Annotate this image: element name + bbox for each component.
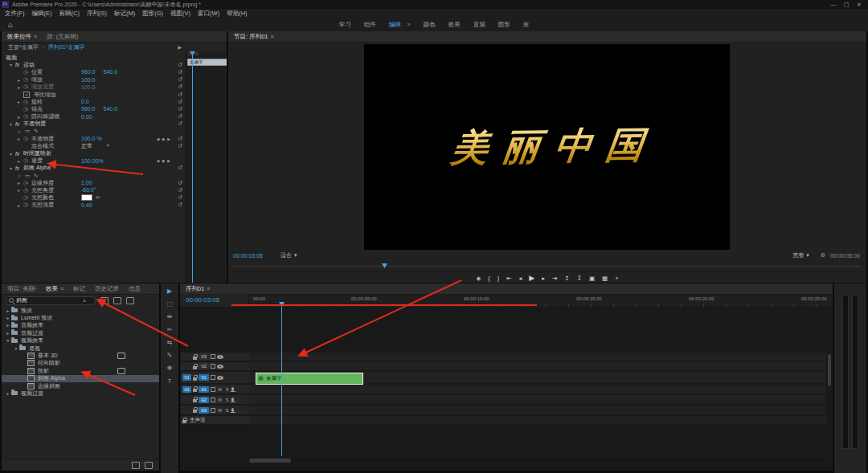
- tab-panel-4[interactable]: 信息: [129, 285, 141, 293]
- step-back-button[interactable]: ◂: [519, 275, 522, 282]
- lock-icon[interactable]: [193, 377, 197, 381]
- minimize-button[interactable]: —: [828, 2, 839, 8]
- stopwatch-icon[interactable]: ◷: [23, 180, 31, 186]
- param-value[interactable]: -60.0°: [81, 187, 96, 193]
- stopwatch-icon[interactable]: ◷: [23, 194, 31, 201]
- lock-icon[interactable]: [193, 357, 197, 360]
- close-button[interactable]: ✕: [854, 2, 865, 8]
- panel-menu-icon[interactable]: ≡: [271, 34, 274, 39]
- timeline-clip[interactable]: fx金属字: [256, 373, 363, 385]
- fx-bypass-icon[interactable]: fx: [15, 62, 23, 67]
- track-output-eye-icon[interactable]: [217, 355, 223, 359]
- effects-bin-透视[interactable]: ▾透视: [2, 345, 159, 352]
- accelerated-effects-filter-icon[interactable]: [100, 297, 108, 304]
- tab-effect-controls[interactable]: 效果控件 ≡: [7, 33, 37, 41]
- track-lane-A3[interactable]: [249, 406, 826, 414]
- tab-program-monitor[interactable]: 节目: 序列01 ≡: [234, 33, 274, 41]
- workspace-tab-效果[interactable]: 效果: [448, 21, 461, 29]
- param-value[interactable]: 100.0 %: [81, 136, 102, 141]
- master-clip-name[interactable]: 主要*金属字: [8, 43, 39, 51]
- voiceover-record-icon[interactable]: [231, 387, 234, 391]
- new-bin-icon[interactable]: [132, 462, 140, 469]
- reset-parameter-icon[interactable]: ↺: [178, 143, 182, 149]
- monitor-settings-icon[interactable]: ⚙: [821, 252, 825, 259]
- collapse-caret-icon[interactable]: ▾: [10, 165, 15, 171]
- zoom-level-select[interactable]: 适合 ▾: [280, 251, 297, 259]
- sync-lock-icon[interactable]: [211, 398, 215, 402]
- sync-lock-icon[interactable]: [211, 408, 215, 413]
- ec-row-masks[interactable]: ○▭✎: [2, 172, 185, 179]
- expand-caret-icon[interactable]: ▸: [18, 187, 23, 193]
- add-keyframe-icon[interactable]: ◆: [162, 137, 165, 141]
- track-lane-V3[interactable]: [249, 353, 826, 361]
- stopwatch-icon[interactable]: ◷: [23, 113, 31, 120]
- ec-row-等比缩放[interactable]: 等比缩放↺: [2, 91, 185, 98]
- tab-panel-3[interactable]: 历史记录: [95, 285, 119, 293]
- mute-button[interactable]: M: [217, 387, 223, 392]
- param-value[interactable]: 0.00: [81, 114, 92, 120]
- param-value[interactable]: 100.0: [81, 77, 96, 83]
- scrubber-track[interactable]: [233, 266, 862, 267]
- ec-row-旋转[interactable]: ▸◷旋转0.0↺: [2, 98, 185, 105]
- ec-row-斜面 Alpha[interactable]: ▾fx斜面 Alpha↺: [2, 165, 185, 172]
- comparison-view-button[interactable]: ▦: [602, 275, 608, 282]
- expander-caret-icon[interactable]: ▸: [5, 316, 11, 320]
- stopwatch-icon[interactable]: ◷: [23, 69, 31, 75]
- panel-menu-icon[interactable]: ≡: [60, 286, 63, 292]
- ec-row-位置[interactable]: ◷位置960.0540.0↺: [2, 68, 185, 75]
- mask-ellipse-icon[interactable]: ○: [18, 173, 21, 178]
- expand-caret-icon[interactable]: ▸: [18, 202, 23, 208]
- track-target-A3[interactable]: A3: [199, 407, 209, 414]
- tab-sequence[interactable]: 序列01 ≡: [186, 285, 210, 293]
- next-keyframe-icon[interactable]: ▶: [167, 158, 170, 163]
- menu-item-2[interactable]: 剪辑(C): [59, 10, 80, 18]
- expander-caret-icon[interactable]: ▸: [5, 331, 11, 336]
- effect-item-投影[interactable]: 投影: [2, 367, 159, 374]
- expander-caret-icon[interactable]: ▾: [5, 338, 11, 343]
- play-button[interactable]: ▶: [529, 274, 534, 282]
- fx-bypass-icon[interactable]: fx: [15, 165, 23, 171]
- blend-mode-select[interactable]: 正常▾: [81, 142, 109, 150]
- slip-tool[interactable]: ⇆: [167, 339, 173, 346]
- tab-panel-0[interactable]: 项目: 美丽中国: [7, 285, 36, 293]
- delete-icon[interactable]: [145, 462, 153, 469]
- reset-parameter-icon[interactable]: ↺: [178, 99, 182, 105]
- checkbox-checked[interactable]: [23, 92, 30, 98]
- collapse-caret-icon[interactable]: ▾: [10, 151, 15, 157]
- effects-bin-视频效果[interactable]: ▾视频效果: [2, 337, 159, 345]
- timeline-horizontal-scrollbar[interactable]: [249, 459, 823, 463]
- effects-bin-音频过渡[interactable]: ▸音频过渡: [2, 329, 159, 336]
- tab-effects[interactable]: 效果≡: [46, 285, 63, 293]
- effect-item-基本 3D[interactable]: 基本 3D: [2, 352, 159, 359]
- hand-tool[interactable]: ✥: [167, 365, 173, 372]
- expand-caret-icon[interactable]: ▸: [18, 99, 23, 104]
- stopwatch-icon[interactable]: ◷: [23, 76, 31, 83]
- param-value[interactable]: 960.0: [81, 69, 96, 75]
- reset-parameter-icon[interactable]: ↺: [178, 136, 182, 142]
- source-patch-A2[interactable]: [182, 397, 191, 403]
- stopwatch-icon[interactable]: ◷: [23, 136, 31, 142]
- search-input[interactable]: [16, 298, 80, 304]
- expand-caret-icon[interactable]: ▸: [18, 84, 23, 90]
- param-value[interactable]: 100.0: [81, 84, 96, 90]
- expand-caret-icon[interactable]: ▸: [18, 77, 23, 83]
- effects-bin-Lumetri 预设[interactable]: ▸Lumetri 预设: [2, 314, 159, 321]
- param-value[interactable]: 2.00: [81, 180, 92, 186]
- mask-pen-icon[interactable]: ✎: [34, 128, 38, 134]
- effect-controls-mini-timeline[interactable]: 00:00 金属字: [186, 51, 227, 283]
- track-select-forward-tool[interactable]: ⬚: [166, 300, 173, 308]
- collapse-caret-icon[interactable]: ▾: [10, 121, 15, 127]
- add-marker-button[interactable]: ◈: [476, 275, 481, 282]
- workspace-tab-编辑[interactable]: 编辑: [389, 21, 401, 29]
- color-swatch[interactable]: [81, 194, 92, 201]
- panel-menu-icon[interactable]: ≡: [207, 286, 210, 292]
- source-patch-V1[interactable]: V1: [182, 374, 191, 381]
- mute-button[interactable]: M: [217, 398, 223, 402]
- yuv-filter-icon[interactable]: [126, 297, 134, 304]
- param-value[interactable]: 100.00%: [81, 158, 104, 164]
- scrollbar-handle[interactable]: [249, 459, 291, 463]
- go-to-out-button[interactable]: ⇥: [552, 275, 557, 282]
- expand-caret-icon[interactable]: ▸: [18, 180, 23, 186]
- mute-button[interactable]: M: [217, 408, 223, 413]
- effects-bin-视频过渡[interactable]: ▸视频过渡: [2, 389, 159, 397]
